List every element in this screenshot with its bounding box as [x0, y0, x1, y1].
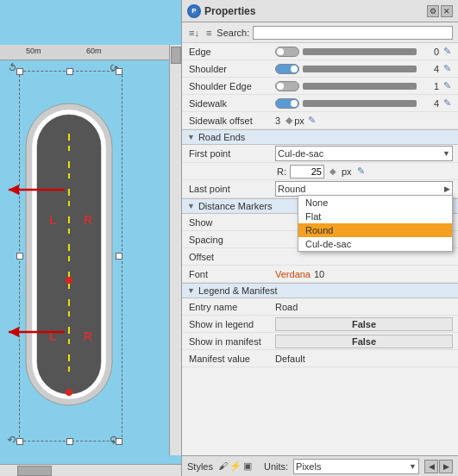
- svg-marker-19: [9, 185, 19, 195]
- search-input[interactable]: [253, 26, 453, 40]
- show-manifest-value[interactable]: False: [275, 335, 453, 348]
- sort-icon[interactable]: ≡↓: [187, 27, 201, 39]
- font-size: 10: [314, 269, 324, 279]
- edge-edit-icon[interactable]: ✎: [441, 46, 453, 58]
- style-icon-box[interactable]: ▣: [243, 460, 252, 472]
- handle-mr[interactable]: [116, 253, 122, 260]
- search-label: Search:: [216, 28, 249, 38]
- legend-collapse[interactable]: ▼: [187, 286, 195, 295]
- shoulder-edge-toggle[interactable]: [275, 81, 299, 91]
- styles-icons: 🖌 ⚡ ▣: [218, 460, 252, 472]
- panel-close-btn[interactable]: ✕: [441, 5, 453, 17]
- show-manifest-label: Show in manifest: [189, 336, 275, 347]
- sidewalk-offset-label: Sidewalk offset: [189, 116, 275, 126]
- distance-markers-collapse[interactable]: ▼: [187, 202, 195, 210]
- style-icon-brush[interactable]: 🖌: [218, 460, 228, 472]
- entry-name-label: Entry name: [189, 302, 275, 312]
- canvas-bg: ↺ ↺ ↺ ↺ L R L R: [0, 60, 169, 455]
- handle-bm[interactable]: [66, 438, 73, 445]
- r-input[interactable]: [290, 165, 324, 178]
- panel-controls: ⚙ ✕: [427, 5, 453, 17]
- first-point-row: First point Cul-de-sac ▼: [182, 145, 458, 163]
- last-point-label: Last point: [189, 184, 275, 194]
- units-label: Units:: [264, 461, 288, 472]
- dropdown-item-cul[interactable]: Cul-de-sac: [298, 237, 452, 251]
- shoulder-edge-slider[interactable]: [303, 83, 417, 90]
- r-edit-icon[interactable]: ✎: [355, 166, 367, 178]
- sidewalk-label: Sidewalk: [189, 98, 275, 109]
- panel-header: P Properties ⚙ ✕: [182, 0, 458, 22]
- show-legend-row: Show in legend False: [182, 316, 458, 333]
- nav-next-btn[interactable]: ▶: [439, 460, 453, 473]
- r-unit: px: [342, 166, 352, 177]
- spacing-label: Spacing: [189, 235, 275, 245]
- panel-icon: P: [187, 4, 201, 18]
- shoulder-edge-edit-icon[interactable]: ✎: [441, 80, 453, 92]
- edge-number: 0: [418, 47, 439, 57]
- sidewalk-edit-icon[interactable]: ✎: [441, 97, 453, 110]
- shoulder-toggle[interactable]: [275, 64, 299, 74]
- sidewalk-offset-unit: px: [294, 116, 304, 126]
- shoulder-edge-value-area: 1 ✎: [303, 80, 453, 92]
- first-point-label: First point: [189, 148, 275, 159]
- svg-text:R: R: [84, 213, 92, 227]
- show-legend-value[interactable]: False: [275, 317, 453, 331]
- sidewalk-slider[interactable]: [303, 100, 417, 107]
- shoulder-slider[interactable]: [303, 66, 417, 72]
- manifest-value-value: Default: [275, 354, 305, 364]
- first-point-arrow: ▼: [442, 149, 450, 158]
- arrow-bottom: [0, 315, 69, 349]
- shoulder-number: 4: [418, 64, 439, 74]
- svg-text:R: R: [84, 329, 92, 343]
- sort2-icon[interactable]: ≡: [204, 27, 213, 39]
- styles-label: Styles: [187, 461, 213, 472]
- shoulder-edge-row: Shoulder Edge 1 ✎: [182, 78, 458, 95]
- r-diamond: ◆: [329, 166, 336, 176]
- show-label: Show: [189, 217, 275, 228]
- dropdown-item-round[interactable]: Round: [298, 223, 452, 237]
- edge-toggle[interactable]: [275, 47, 299, 57]
- style-icon-lightning[interactable]: ⚡: [229, 460, 242, 472]
- manifest-value-row: Manifest value Default: [182, 350, 458, 367]
- offset-label: Offset: [189, 252, 275, 262]
- sidewalk-offset-row: Sidewalk offset 3 ◆ px ✎: [182, 112, 458, 129]
- svg-rect-2: [37, 115, 101, 394]
- panel-title-area: P Properties: [187, 4, 255, 18]
- vertical-scrollbar[interactable]: [169, 45, 181, 455]
- svg-point-17: [66, 389, 72, 396]
- road-ends-collapse[interactable]: ▼: [187, 133, 195, 141]
- legend-section: ▼ Legend & Manifest: [182, 283, 458, 298]
- dropdown-item-none[interactable]: None: [298, 196, 452, 210]
- panel-settings-btn[interactable]: ⚙: [427, 5, 439, 17]
- nav-prev-btn[interactable]: ◀: [424, 460, 438, 473]
- first-point-dropdown[interactable]: Cul-de-sac ▼: [275, 146, 453, 161]
- road-ends-section: ▼ Road Ends: [182, 129, 458, 145]
- font-value: Verdana: [275, 269, 311, 279]
- entry-name-row: Entry name Road: [182, 298, 458, 316]
- edge-value-area: 0 ✎: [303, 46, 453, 58]
- road-svg: L R L R: [22, 73, 116, 435]
- show-legend-label: Show in legend: [189, 319, 275, 329]
- sidewalk-offset-edit-icon[interactable]: ✎: [306, 115, 318, 127]
- last-point-value: Round: [278, 184, 305, 194]
- dropdown-item-flat[interactable]: Flat: [298, 210, 452, 223]
- horizontal-scrollbar[interactable]: [0, 464, 181, 476]
- nav-btns: ◀ ▶: [424, 460, 453, 473]
- dropdown-menu-container: Show None Flat Round Cul-de-sac Spacing …: [182, 214, 458, 266]
- units-value: Pixels: [296, 461, 321, 472]
- show-manifest-row: Show in manifest False: [182, 333, 458, 350]
- arrow-top: [0, 172, 69, 207]
- edge-slider[interactable]: [303, 48, 417, 55]
- shoulder-edge-label: Shoulder Edge: [189, 81, 275, 91]
- shoulder-edit-icon[interactable]: ✎: [441, 63, 453, 75]
- sidewalk-toggle[interactable]: [275, 98, 299, 109]
- legend-label: Legend & Manifest: [198, 285, 278, 296]
- sidewalk-row: Sidewalk 4 ✎: [182, 95, 458, 112]
- entry-name-value: Road: [275, 302, 298, 312]
- panel-title: Properties: [204, 5, 255, 17]
- distance-markers-label: Distance Markers: [198, 201, 273, 211]
- first-point-value: Cul-de-sac: [278, 148, 323, 159]
- units-dropdown[interactable]: Pixels ▼: [293, 459, 419, 474]
- toolbar-row: ≡↓ ≡ Search:: [182, 22, 458, 43]
- svg-marker-21: [9, 327, 19, 337]
